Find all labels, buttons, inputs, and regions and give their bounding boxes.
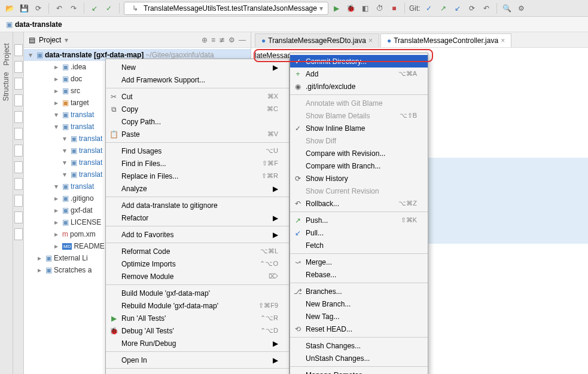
- thumb[interactable]: [14, 128, 23, 140]
- folder-icon: ▣: [6, 20, 13, 29]
- menu-item[interactable]: Add to Favorites▶: [106, 228, 289, 241]
- menu-item[interactable]: ▶Run 'All Tests'⌃⌥R: [106, 312, 289, 324]
- menu-item[interactable]: ↗Push...⇧⌘K: [290, 214, 428, 226]
- menu-item[interactable]: ◉.git/info/exclude: [290, 80, 428, 93]
- menu-item[interactable]: Compare with Branch...: [290, 160, 428, 172]
- breadcrumb: ▣ data-translate: [0, 17, 588, 32]
- menu-item[interactable]: Refactor▶: [106, 211, 289, 224]
- menu-item[interactable]: Copy Path...: [106, 115, 289, 128]
- project-title[interactable]: Project: [39, 36, 61, 44]
- save-icon[interactable]: 💾: [18, 2, 30, 14]
- menu-item[interactable]: New Tag...: [290, 310, 428, 323]
- menu-item[interactable]: Manage Remotes...: [290, 369, 428, 374]
- menu-item[interactable]: 🐞Debug 'All Tests'⌃⌥D: [106, 324, 289, 337]
- menu-item: Show Blame Details⌥⇧B: [290, 109, 428, 122]
- profile-icon[interactable]: ⏱: [374, 2, 386, 14]
- menu-item[interactable]: ✂Cut⌘X: [106, 90, 289, 103]
- menu-item[interactable]: Replace in Files...⇧⌘R: [106, 170, 289, 182]
- thumb[interactable]: [14, 211, 23, 223]
- menu-item[interactable]: New Branch...: [290, 298, 428, 310]
- thumb[interactable]: [14, 78, 23, 90]
- menu-item[interactable]: Fetch: [290, 239, 428, 252]
- menu-item[interactable]: More Run/Debug▶: [106, 337, 289, 350]
- menu-item[interactable]: ↙Pull...: [290, 226, 428, 239]
- hide-icon[interactable]: —: [239, 36, 246, 44]
- thumb[interactable]: [14, 61, 23, 73]
- locate-icon[interactable]: ⊕: [202, 36, 208, 44]
- editor-tab[interactable]: ●TranslateMessageResDto.java×: [255, 33, 379, 47]
- thumb[interactable]: [14, 161, 23, 173]
- editor-tab[interactable]: ●TranslateMessageController.java×: [380, 33, 511, 47]
- menu-item[interactable]: UnStash Changes...: [290, 352, 428, 364]
- menu-item[interactable]: Open In▶: [106, 354, 289, 366]
- run-icon[interactable]: ▶: [331, 2, 343, 14]
- menu-item[interactable]: Rebuild Module 'gxf-data-map'⇧⌘F9: [106, 299, 289, 312]
- collapse-icon[interactable]: ≢: [219, 36, 225, 44]
- refresh-icon[interactable]: ⟳: [32, 2, 44, 14]
- git-history-icon[interactable]: ⟳: [466, 2, 478, 14]
- git-rollback-icon[interactable]: ↶: [480, 2, 492, 14]
- menu-item[interactable]: New▶: [106, 61, 289, 73]
- menu-item: Annotate with Git Blame: [290, 97, 428, 109]
- menu-item[interactable]: ✓Show Inline Blame: [290, 122, 428, 134]
- thumbnail-strip: [13, 32, 24, 374]
- menu-item[interactable]: Reformat Code⌥⌘L: [106, 245, 289, 257]
- close-icon[interactable]: ×: [368, 36, 373, 45]
- menu-item[interactable]: Add data-translate to gitignore: [106, 199, 289, 211]
- stop-icon[interactable]: ■: [388, 2, 400, 14]
- menu-item[interactable]: ✓Commit Directory...: [290, 55, 428, 68]
- menu-item: Show Current Revision: [290, 185, 428, 197]
- redo-icon[interactable]: ↷: [68, 2, 80, 14]
- menu-item[interactable]: ⧉Copy⌘C: [106, 103, 289, 115]
- menu-item[interactable]: ⟲Reset HEAD...: [290, 323, 428, 335]
- menu-item[interactable]: Stash Changes...: [290, 339, 428, 352]
- context-menu-git[interactable]: ✓Commit Directory...+Add⌥⌘A◉.git/info/ex…: [290, 53, 428, 374]
- project-header: ▤ Project ▾ ⊕ ≡ ≢ ⚙ —: [24, 32, 251, 48]
- menu-item: Show Diff: [290, 134, 428, 147]
- open-icon[interactable]: 📂: [4, 2, 16, 14]
- thumb[interactable]: [14, 145, 23, 157]
- context-menu-main[interactable]: New▶Add Framework Support...✂Cut⌘X⧉Copy⌘…: [105, 59, 290, 374]
- menu-item[interactable]: Rebase...: [290, 268, 428, 281]
- menu-item[interactable]: 📋Paste⌘V: [106, 128, 289, 140]
- git-push-icon[interactable]: ↗: [437, 2, 449, 14]
- git-pull-icon[interactable]: ↙: [452, 2, 464, 14]
- thumb[interactable]: [14, 111, 23, 123]
- menu-item[interactable]: ⤻Merge...: [290, 256, 428, 268]
- menu-item[interactable]: Optimize Imports⌃⌥O: [106, 257, 289, 270]
- settings-icon[interactable]: ⚙: [516, 2, 528, 14]
- tab-structure[interactable]: Structure: [2, 72, 11, 102]
- menu-item[interactable]: Add Framework Support...: [106, 73, 289, 86]
- menu-item[interactable]: ⟳Show History: [290, 172, 428, 185]
- close-icon[interactable]: ×: [501, 36, 505, 45]
- thumb[interactable]: [14, 195, 23, 207]
- undo-icon[interactable]: ↶: [53, 2, 65, 14]
- gear-icon[interactable]: ⚙: [229, 36, 235, 44]
- debug-icon[interactable]: 🐞: [345, 2, 357, 14]
- coverage-icon[interactable]: ◧: [359, 2, 371, 14]
- run-config-select[interactable]: ↳ TranslateMessageUtilsTest.testTranslat…: [124, 2, 328, 15]
- menu-item[interactable]: Find Usages⌥U: [106, 145, 289, 157]
- menu-item[interactable]: Remove Module⌦: [106, 270, 289, 283]
- git-branch-icon[interactable]: ✓: [423, 2, 435, 14]
- menu-item[interactable]: Find in Files...⇧⌘F: [106, 157, 289, 170]
- menu-item[interactable]: ⎇Branches...: [290, 285, 428, 298]
- menu-item[interactable]: Local History▶: [106, 370, 289, 374]
- menu-item[interactable]: ↶Rollback...⌥⌘Z: [290, 197, 428, 210]
- main-toolbar: 📂 💾 ⟳ ↶ ↷ ↙ ✓ ↳ TranslateMessageUtilsTes…: [0, 0, 588, 17]
- thumb[interactable]: [14, 178, 23, 190]
- thumb[interactable]: [14, 44, 23, 56]
- menu-item[interactable]: Analyze▶: [106, 182, 289, 195]
- update-icon[interactable]: ↙: [89, 2, 100, 14]
- search-icon[interactable]: 🔍: [501, 2, 513, 14]
- menu-item[interactable]: Compare with Revision...: [290, 147, 428, 160]
- commit-icon[interactable]: ✓: [103, 2, 115, 14]
- thumb[interactable]: [14, 94, 23, 106]
- menu-item[interactable]: +Add⌥⌘A: [290, 68, 428, 80]
- breadcrumb-project[interactable]: data-translate: [15, 20, 62, 29]
- expand-icon[interactable]: ≡: [211, 36, 215, 44]
- tab-project[interactable]: Project: [2, 43, 11, 65]
- tool-window-tabs: Project Structure: [0, 32, 13, 374]
- menu-item[interactable]: Build Module 'gxf-data-map': [106, 287, 289, 299]
- thumb[interactable]: [14, 228, 23, 240]
